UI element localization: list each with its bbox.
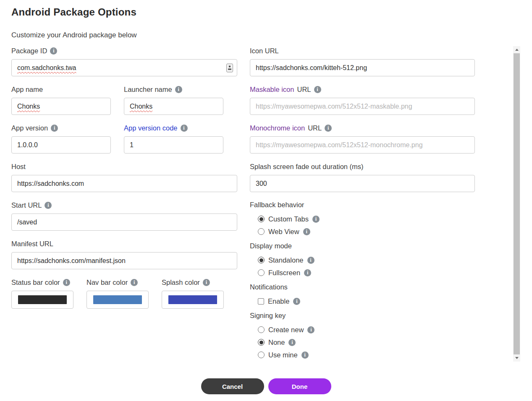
- info-icon[interactable]: [50, 47, 57, 55]
- left-column: Package ID com.sadchonks.twa App name Ch…: [11, 47, 237, 309]
- app-version-field: App version 1.0.0.0: [11, 124, 111, 154]
- radio-option-web-view[interactable]: Web View: [250, 225, 475, 238]
- radio-label: Standalone: [268, 256, 304, 264]
- host-input[interactable]: https://sadchonks.com: [11, 175, 237, 192]
- radio-label: None: [268, 339, 285, 346]
- app-name-value: Chonks: [17, 103, 40, 110]
- info-icon[interactable]: [303, 228, 310, 235]
- icon-url-field: Icon URL https://sadchonks.com/kitteh-51…: [250, 47, 475, 76]
- monochrome-icon-url-placeholder: https://myawesomepwa.com/512x512-monochr…: [256, 141, 423, 149]
- monochrome-icon-url-field: Monochrome icon URL https://myawesomepwa…: [250, 124, 475, 154]
- status-bar-color-swatch: [18, 295, 67, 304]
- radio-label: Create new: [268, 326, 304, 334]
- monochrome-icon-url-input[interactable]: https://myawesomepwa.com/512x512-monochr…: [250, 136, 475, 154]
- nav-bar-color-picker[interactable]: [86, 291, 149, 309]
- radio-option-fullscreen[interactable]: Fullscreen: [250, 266, 475, 279]
- status-bar-color-field: Status bar color: [11, 278, 73, 309]
- checkbox-label: Enable: [268, 297, 289, 305]
- splash-fade-input[interactable]: 300: [250, 175, 475, 192]
- signing-key-group: Signing key Create new None Use mine: [250, 312, 475, 361]
- icon-url-value: https://sadchonks.com/kitteh-512.png: [256, 64, 367, 72]
- package-id-label: Package ID: [11, 47, 47, 55]
- launcher-name-value: Chonks: [130, 103, 152, 110]
- footer-actions: Cancel Done: [0, 378, 532, 394]
- app-version-code-input[interactable]: 1: [124, 136, 223, 154]
- info-icon[interactable]: [325, 125, 332, 132]
- status-bar-color-picker[interactable]: [11, 291, 73, 309]
- info-icon[interactable]: [181, 125, 188, 132]
- page-title: Android Package Options: [11, 6, 136, 18]
- app-name-field: App name Chonks: [11, 85, 111, 115]
- info-icon[interactable]: [301, 352, 309, 359]
- info-icon[interactable]: [293, 298, 300, 305]
- fallback-behavior-label: Fallback behavior: [250, 201, 475, 209]
- manifest-url-input[interactable]: https://sadchonks.com/manifest.json: [11, 252, 237, 269]
- radio-icon[interactable]: [258, 257, 265, 263]
- info-icon[interactable]: [175, 86, 182, 93]
- app-name-input[interactable]: Chonks: [11, 98, 111, 115]
- scrollbar[interactable]: [513, 46, 520, 362]
- scrollbar-thumb[interactable]: [514, 53, 520, 354]
- radio-option-standalone[interactable]: Standalone: [250, 254, 475, 266]
- package-id-field: Package ID com.sadchonks.twa: [11, 47, 237, 76]
- notifications-group: Notifications Enable: [250, 283, 475, 307]
- radio-option-none[interactable]: None: [250, 336, 475, 349]
- info-icon[interactable]: [307, 257, 314, 264]
- host-value: https://sadchonks.com: [17, 180, 84, 187]
- launcher-name-input[interactable]: Chonks: [124, 98, 223, 115]
- info-icon[interactable]: [131, 279, 138, 286]
- app-version-code-field: App version code 1: [124, 124, 223, 154]
- spellcheck-editor-icon[interactable]: [226, 63, 233, 72]
- info-icon[interactable]: [45, 202, 52, 209]
- splash-color-picker[interactable]: [162, 291, 224, 309]
- checkbox-option-enable[interactable]: Enable: [250, 295, 475, 307]
- start-url-label: Start URL: [11, 201, 42, 209]
- scrollbar-up-arrow-icon[interactable]: [513, 46, 520, 53]
- info-icon[interactable]: [203, 279, 210, 286]
- display-mode-label: Display mode: [250, 242, 475, 250]
- package-id-input[interactable]: com.sadchonks.twa: [11, 59, 237, 76]
- display-mode-group: Display mode Standalone Fullscreen: [250, 242, 475, 279]
- cancel-button[interactable]: Cancel: [201, 378, 264, 394]
- radio-icon[interactable]: [258, 326, 265, 333]
- done-button[interactable]: Done: [268, 378, 331, 394]
- app-version-code-value: 1: [130, 141, 134, 149]
- maskable-icon-url-input[interactable]: https://myawesomepwa.com/512x512-maskabl…: [250, 98, 475, 115]
- info-icon[interactable]: [51, 125, 58, 132]
- info-icon[interactable]: [314, 86, 321, 93]
- info-icon[interactable]: [304, 269, 311, 276]
- app-name-label: App name: [11, 86, 43, 94]
- maskable-icon-url-field: Maskable icon URL https://myawesomepwa.c…: [250, 85, 475, 115]
- checkbox-icon[interactable]: [258, 298, 264, 305]
- monochrome-icon-label-link[interactable]: Monochrome icon: [250, 124, 305, 132]
- radio-option-custom-tabs[interactable]: Custom Tabs: [250, 213, 475, 225]
- nav-bar-color-label: Nav bar color: [86, 279, 128, 286]
- notifications-label: Notifications: [250, 283, 475, 292]
- monochrome-icon-label-suffix: URL: [308, 124, 322, 132]
- info-icon[interactable]: [307, 326, 314, 333]
- nav-bar-color-field: Nav bar color: [86, 278, 149, 309]
- info-icon[interactable]: [63, 279, 70, 286]
- splash-color-label: Splash color: [162, 279, 200, 286]
- app-version-input[interactable]: 1.0.0.0: [11, 136, 111, 154]
- info-icon[interactable]: [288, 339, 296, 346]
- radio-option-create-new[interactable]: Create new: [250, 323, 475, 336]
- maskable-icon-label-link[interactable]: Maskable icon: [250, 86, 294, 94]
- radio-icon[interactable]: [258, 352, 265, 358]
- icon-url-input[interactable]: https://sadchonks.com/kitteh-512.png: [250, 59, 475, 76]
- radio-icon[interactable]: [258, 216, 265, 222]
- fallback-behavior-group: Fallback behavior Custom Tabs Web View: [250, 201, 475, 238]
- radio-icon[interactable]: [258, 228, 265, 235]
- splash-color-field: Splash color: [162, 278, 224, 309]
- radio-option-use-mine[interactable]: Use mine: [250, 349, 475, 361]
- app-version-code-label-link[interactable]: App version code: [124, 124, 178, 132]
- scrollbar-down-arrow-icon[interactable]: [513, 354, 520, 362]
- radio-icon[interactable]: [258, 339, 265, 346]
- start-url-input[interactable]: /saved: [11, 214, 237, 231]
- info-icon[interactable]: [312, 216, 320, 223]
- icon-url-label: Icon URL: [250, 47, 279, 55]
- page-subtitle: Customize your Android package below: [11, 31, 137, 39]
- launcher-name-label: Launcher name: [124, 86, 172, 94]
- radio-icon[interactable]: [258, 269, 265, 276]
- nav-bar-color-swatch: [93, 295, 142, 304]
